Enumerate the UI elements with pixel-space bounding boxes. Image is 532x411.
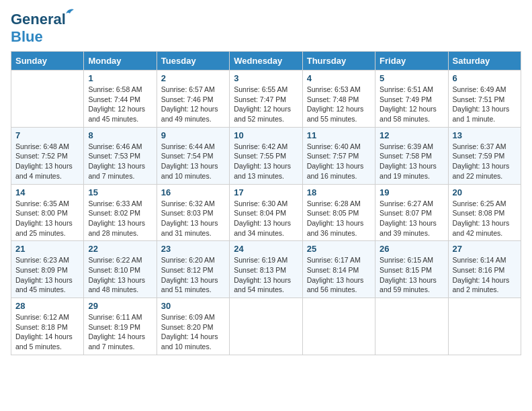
- cell-content: Sunrise: 6:20 AM Sunset: 8:12 PM Dayligh…: [161, 255, 225, 295]
- day-number: 27: [453, 244, 517, 254]
- cell-content: Sunrise: 6:15 AM Sunset: 8:15 PM Dayligh…: [380, 255, 443, 295]
- calendar-table: SundayMondayTuesdayWednesdayThursdayFrid…: [11, 51, 521, 355]
- day-number: 18: [307, 187, 371, 197]
- calendar-cell: [11, 71, 84, 128]
- calendar-cell: 2Sunrise: 6:57 AM Sunset: 7:46 PM Daylig…: [157, 71, 229, 128]
- logo: General Blue: [11, 11, 66, 46]
- calendar-cell: [302, 298, 375, 355]
- calendar-cell: 15Sunrise: 6:33 AM Sunset: 8:02 PM Dayli…: [84, 184, 157, 241]
- calendar-cell: 12Sunrise: 6:39 AM Sunset: 7:58 PM Dayli…: [375, 127, 448, 184]
- cell-content: Sunrise: 6:28 AM Sunset: 8:05 PM Dayligh…: [307, 199, 371, 238]
- calendar-cell: 20Sunrise: 6:25 AM Sunset: 8:08 PM Dayli…: [448, 184, 521, 241]
- day-number: 23: [161, 244, 225, 254]
- week-row-3: 14Sunrise: 6:35 AM Sunset: 8:00 PM Dayli…: [11, 184, 521, 241]
- day-header-saturday: Saturday: [448, 52, 521, 71]
- cell-content: Sunrise: 6:55 AM Sunset: 7:47 PM Dayligh…: [234, 85, 298, 124]
- cell-content: Sunrise: 6:30 AM Sunset: 8:04 PM Dayligh…: [234, 199, 298, 238]
- calendar-cell: 11Sunrise: 6:40 AM Sunset: 7:57 PM Dayli…: [302, 127, 375, 184]
- calendar-cell: 27Sunrise: 6:14 AM Sunset: 8:16 PM Dayli…: [448, 241, 521, 298]
- day-number: 9: [161, 130, 225, 140]
- cell-content: Sunrise: 6:42 AM Sunset: 7:55 PM Dayligh…: [234, 142, 298, 181]
- day-number: 6: [453, 73, 517, 83]
- calendar-cell: 17Sunrise: 6:30 AM Sunset: 8:04 PM Dayli…: [230, 184, 302, 241]
- cell-content: Sunrise: 6:32 AM Sunset: 8:03 PM Dayligh…: [161, 199, 225, 238]
- cell-content: Sunrise: 6:46 AM Sunset: 7:53 PM Dayligh…: [88, 142, 152, 181]
- day-number: 28: [15, 301, 79, 311]
- day-number: 8: [88, 130, 152, 140]
- cell-content: Sunrise: 6:09 AM Sunset: 8:20 PM Dayligh…: [161, 312, 225, 352]
- calendar-cell: 26Sunrise: 6:15 AM Sunset: 8:15 PM Dayli…: [375, 241, 448, 298]
- calendar-cell: 25Sunrise: 6:17 AM Sunset: 8:14 PM Dayli…: [302, 241, 375, 298]
- day-number: 30: [161, 301, 225, 311]
- cell-content: Sunrise: 6:58 AM Sunset: 7:44 PM Dayligh…: [88, 85, 152, 124]
- cell-content: Sunrise: 6:12 AM Sunset: 8:18 PM Dayligh…: [15, 312, 79, 352]
- day-number: 2: [161, 73, 225, 83]
- day-number: 25: [307, 244, 371, 254]
- day-number: 24: [234, 244, 298, 254]
- day-number: 4: [307, 73, 371, 83]
- day-number: 19: [380, 187, 443, 197]
- cell-content: Sunrise: 6:33 AM Sunset: 8:02 PM Dayligh…: [88, 199, 152, 238]
- week-row-2: 7Sunrise: 6:48 AM Sunset: 7:52 PM Daylig…: [11, 127, 521, 184]
- cell-content: Sunrise: 6:44 AM Sunset: 7:54 PM Dayligh…: [161, 142, 225, 181]
- day-header-monday: Monday: [84, 52, 157, 71]
- calendar-cell: [230, 298, 302, 355]
- cell-content: Sunrise: 6:27 AM Sunset: 8:07 PM Dayligh…: [380, 199, 443, 238]
- calendar-cell: 23Sunrise: 6:20 AM Sunset: 8:12 PM Dayli…: [157, 241, 229, 298]
- day-number: 26: [380, 244, 443, 254]
- calendar-cell: [448, 298, 521, 355]
- week-row-1: 1Sunrise: 6:58 AM Sunset: 7:44 PM Daylig…: [11, 71, 521, 128]
- day-number: 5: [380, 73, 443, 83]
- header: General Blue: [11, 11, 521, 46]
- day-header-friday: Friday: [375, 52, 448, 71]
- calendar-cell: 22Sunrise: 6:22 AM Sunset: 8:10 PM Dayli…: [84, 241, 157, 298]
- day-number: 3: [234, 73, 298, 83]
- cell-content: Sunrise: 6:22 AM Sunset: 8:10 PM Dayligh…: [88, 255, 152, 295]
- calendar-cell: 28Sunrise: 6:12 AM Sunset: 8:18 PM Dayli…: [11, 298, 84, 355]
- calendar-cell: 13Sunrise: 6:37 AM Sunset: 7:59 PM Dayli…: [448, 127, 521, 184]
- cell-content: Sunrise: 6:17 AM Sunset: 8:14 PM Dayligh…: [307, 255, 371, 295]
- calendar-cell: 21Sunrise: 6:23 AM Sunset: 8:09 PM Dayli…: [11, 241, 84, 298]
- calendar-cell: 4Sunrise: 6:53 AM Sunset: 7:48 PM Daylig…: [302, 71, 375, 128]
- day-header-wednesday: Wednesday: [230, 52, 302, 71]
- day-number: 14: [15, 187, 79, 197]
- day-number: 13: [453, 130, 517, 140]
- day-header-tuesday: Tuesday: [157, 52, 229, 71]
- calendar-cell: 29Sunrise: 6:11 AM Sunset: 8:19 PM Dayli…: [84, 298, 157, 355]
- calendar-cell: 30Sunrise: 6:09 AM Sunset: 8:20 PM Dayli…: [157, 298, 229, 355]
- day-number: 16: [161, 187, 225, 197]
- cell-content: Sunrise: 6:14 AM Sunset: 8:16 PM Dayligh…: [453, 255, 517, 295]
- day-number: 17: [234, 187, 298, 197]
- cell-content: Sunrise: 6:48 AM Sunset: 7:52 PM Dayligh…: [15, 142, 79, 181]
- day-number: 1: [88, 73, 152, 83]
- logo-blue: Blue: [11, 28, 43, 46]
- cell-content: Sunrise: 6:23 AM Sunset: 8:09 PM Dayligh…: [15, 255, 79, 295]
- calendar-cell: 3Sunrise: 6:55 AM Sunset: 7:47 PM Daylig…: [230, 71, 302, 128]
- day-number: 15: [88, 187, 152, 197]
- calendar-cell: 19Sunrise: 6:27 AM Sunset: 8:07 PM Dayli…: [375, 184, 448, 241]
- cell-content: Sunrise: 6:51 AM Sunset: 7:49 PM Dayligh…: [380, 85, 443, 124]
- day-number: 22: [88, 244, 152, 254]
- cell-content: Sunrise: 6:25 AM Sunset: 8:08 PM Dayligh…: [453, 199, 517, 238]
- day-header-thursday: Thursday: [302, 52, 375, 71]
- cell-content: Sunrise: 6:57 AM Sunset: 7:46 PM Dayligh…: [161, 85, 225, 124]
- cell-content: Sunrise: 6:19 AM Sunset: 8:13 PM Dayligh…: [234, 255, 298, 295]
- day-number: 21: [15, 244, 79, 254]
- cell-content: Sunrise: 6:40 AM Sunset: 7:57 PM Dayligh…: [307, 142, 371, 181]
- calendar-cell: 14Sunrise: 6:35 AM Sunset: 8:00 PM Dayli…: [11, 184, 84, 241]
- cell-content: Sunrise: 6:35 AM Sunset: 8:00 PM Dayligh…: [15, 199, 79, 238]
- day-number: 7: [15, 130, 79, 140]
- calendar-cell: 1Sunrise: 6:58 AM Sunset: 7:44 PM Daylig…: [84, 71, 157, 128]
- day-number: 20: [453, 187, 517, 197]
- week-row-4: 21Sunrise: 6:23 AM Sunset: 8:09 PM Dayli…: [11, 241, 521, 298]
- calendar-cell: 16Sunrise: 6:32 AM Sunset: 8:03 PM Dayli…: [157, 184, 229, 241]
- calendar-cell: 6Sunrise: 6:49 AM Sunset: 7:51 PM Daylig…: [448, 71, 521, 128]
- calendar-cell: 7Sunrise: 6:48 AM Sunset: 7:52 PM Daylig…: [11, 127, 84, 184]
- day-header-sunday: Sunday: [11, 52, 84, 71]
- calendar-cell: 24Sunrise: 6:19 AM Sunset: 8:13 PM Dayli…: [230, 241, 302, 298]
- calendar-cell: 9Sunrise: 6:44 AM Sunset: 7:54 PM Daylig…: [157, 127, 229, 184]
- day-number: 10: [234, 130, 298, 140]
- calendar-cell: 8Sunrise: 6:46 AM Sunset: 7:53 PM Daylig…: [84, 127, 157, 184]
- calendar-cell: 5Sunrise: 6:51 AM Sunset: 7:49 PM Daylig…: [375, 71, 448, 128]
- cell-content: Sunrise: 6:49 AM Sunset: 7:51 PM Dayligh…: [453, 85, 517, 124]
